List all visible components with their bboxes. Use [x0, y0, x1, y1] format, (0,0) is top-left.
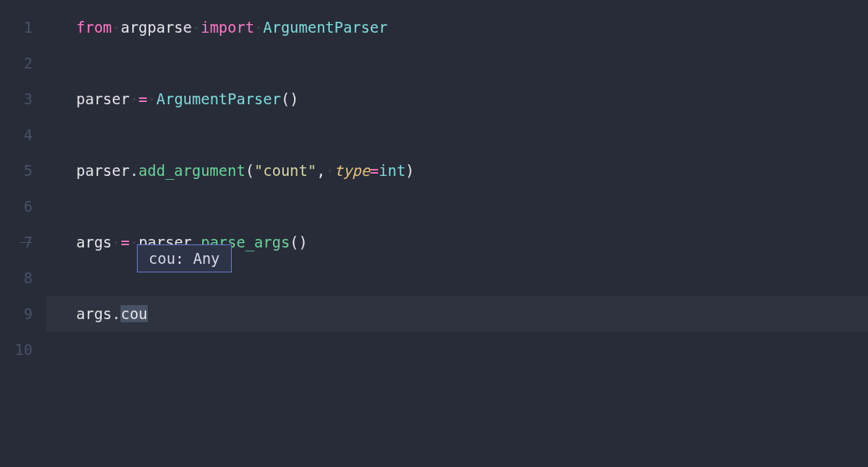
code-line[interactable]: parser.add_argument("count",·type=int): [47, 153, 868, 188]
module-name: argparse: [121, 19, 192, 36]
code-line-active[interactable]: args.cou: [47, 296, 868, 332]
line-number: 2: [0, 45, 33, 81]
keyword-import: import: [201, 19, 254, 36]
code-line[interactable]: [47, 45, 868, 81]
type-name: int: [379, 162, 405, 179]
keyword-from: from: [76, 19, 112, 36]
code-line[interactable]: [47, 332, 868, 367]
line-number-gutter: 1 2 3 4 5 6 7 8 9 10: [0, 0, 47, 467]
dot-operator: .: [130, 162, 138, 179]
variable: parser: [76, 90, 130, 107]
code-line[interactable]: [47, 117, 868, 153]
variable: args: [76, 305, 112, 322]
line-number: 9: [0, 296, 33, 332]
paren-close: ): [405, 162, 414, 179]
paren-open: (: [245, 162, 254, 179]
completion-item[interactable]: cou: Any: [149, 250, 220, 267]
line-number: 5: [0, 153, 33, 188]
class-name: ArgumentParser: [156, 90, 281, 107]
line-number: 10: [0, 332, 33, 367]
operator: =: [121, 234, 129, 251]
class-name: ArgumentParser: [263, 19, 387, 36]
code-line[interactable]: [47, 188, 868, 224]
operator: =: [138, 90, 147, 107]
code-line[interactable]: parser·=·ArgumentParser(): [47, 81, 868, 117]
method-call: add_argument: [138, 162, 245, 179]
comma: ,: [317, 162, 325, 179]
code-line[interactable]: from·argparse·import·ArgumentParser: [47, 9, 868, 45]
parentheses: (): [290, 234, 308, 251]
line-number: 1: [0, 9, 33, 45]
code-content[interactable]: from·argparse·import·ArgumentParser pars…: [47, 0, 868, 467]
variable: parser: [76, 162, 130, 179]
operator: =: [370, 162, 379, 179]
line-number: 8: [0, 260, 33, 296]
dot-operator: .: [112, 305, 121, 322]
line-number: 4: [0, 117, 33, 153]
line-number: 3: [0, 81, 33, 117]
line-number: 6: [0, 188, 33, 224]
line-number: 7: [0, 224, 33, 260]
parentheses: (): [281, 90, 299, 107]
autocomplete-popup[interactable]: cou: Any: [137, 244, 232, 272]
parameter-name: type: [334, 162, 370, 179]
variable: args: [76, 234, 112, 251]
string-literal: "count": [254, 162, 317, 179]
code-editor[interactable]: 1 2 3 4 5 6 7 8 9 10 from·argparse·impor…: [0, 0, 868, 467]
partial-input: cou: [121, 305, 147, 322]
